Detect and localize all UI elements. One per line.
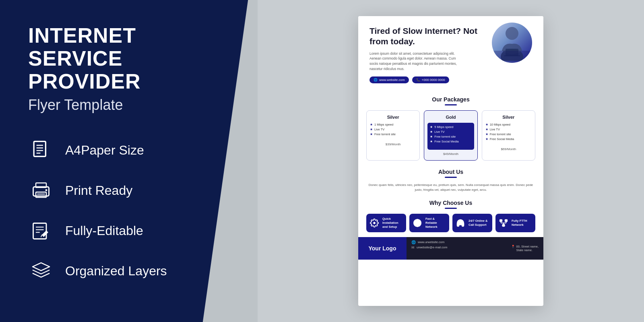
phone-text: +000 0000 0000	[422, 78, 445, 82]
svg-line-15	[41, 235, 42, 237]
pkg-feature: ★ 5 Mbps speed	[430, 125, 471, 129]
why-card-support: 24/7 Online & Call Support	[452, 214, 492, 232]
flyer-avatar	[492, 23, 532, 63]
pkg-feature: ★ Free torrent site	[485, 132, 532, 136]
pkg-feature: ★ Live TV	[485, 128, 532, 131]
svg-point-17	[506, 27, 518, 40]
package-name-1: Silver	[370, 115, 416, 120]
network-icon	[498, 217, 509, 229]
feature-paper-size: A4Paper Size	[28, 138, 229, 163]
flyer-main-headline: Tired of Slow Internet? Not from today.	[369, 26, 487, 47]
feature-label-paper: A4Paper Size	[65, 143, 144, 158]
footer-address-text: 📍 00, Street name, State name.	[511, 245, 539, 252]
why-card-installation: Quick Installation and Setup	[366, 214, 406, 232]
svg-rect-20	[504, 55, 520, 56]
pkg-feature: ★ Live TV	[430, 130, 471, 134]
why-text-ftth: Fully FTTH Network	[512, 219, 527, 227]
about-text: Donec quam felis, ultricies nec, pellent…	[366, 183, 535, 193]
left-panel: INTERNET SERVICE PROVIDER Flyer Template…	[0, 0, 258, 322]
flyer-headline: Tired of Slow Internet? Not from today. …	[369, 26, 487, 83]
feature-label-edit: Fully-Editable	[65, 223, 143, 238]
pkg-feature: ★ Free torrent site	[430, 135, 471, 138]
footer-address-lines: 00, Street name, State name.	[516, 245, 539, 252]
package-price-1: $39/Month	[370, 140, 416, 147]
edit-icon	[28, 218, 54, 244]
footer-address: 📍 00, Street name, State name.	[506, 237, 543, 260]
website-icon: 🌐	[374, 78, 378, 82]
pkg-feature: ★ Free Social Media	[430, 140, 471, 143]
flyer-why: Why Choose Us Quick Installation and Set…	[358, 196, 543, 237]
svg-rect-0	[34, 141, 45, 156]
flyer-footer: Your Logo 🌐 www.urwebsite.com ✉ urwebsit…	[358, 237, 543, 260]
footer-location-icon: 📍	[511, 245, 515, 248]
flyer-top: Tired of Slow Internet? Not from today. …	[358, 16, 543, 91]
pkg-feature-box: ★ 5 Mbps speed ★ Live TV ★ Free torrent …	[427, 123, 474, 150]
why-text-network: Fast & Reliable Network	[425, 217, 447, 229]
footer-contact: 🌐 www.urwebsite.com ✉ urwebsite@e-mail.c…	[407, 237, 506, 260]
features-list: A4Paper Size Print Ready	[28, 138, 229, 284]
package-name-2: Gold	[427, 115, 474, 120]
svg-rect-11	[33, 223, 47, 239]
feature-label-print: Print Ready	[65, 183, 132, 198]
why-title: Why Choose Us	[366, 200, 535, 206]
pkg-feature: ★ 1 Mbps speed	[370, 123, 416, 126]
document-icon	[28, 138, 54, 163]
package-features-3: ★ 10 Mbps speed ★ Live TV ★ Free torrent…	[485, 123, 532, 141]
gear-icon	[369, 217, 380, 229]
svg-point-8	[45, 189, 47, 191]
packages-underline	[445, 104, 457, 105]
package-features-1: ★ 1 Mbps speed ★ Live TV ★ Free torrent …	[370, 123, 416, 136]
pkg-feature: ★ Live TV	[370, 128, 416, 131]
svg-marker-16	[33, 262, 50, 270]
website-text: www.website.com	[379, 78, 405, 82]
packages-title: Our Packages	[366, 96, 535, 103]
right-area: Tired of Slow Internet? Not from today. …	[258, 0, 644, 322]
why-card-ftth: Fully FTTH Network	[495, 214, 535, 232]
package-gold: Gold ★ 5 Mbps speed ★ Live TV ★ Free tor…	[424, 110, 477, 161]
about-title: About Us	[366, 169, 535, 175]
flyer-preview: Tired of Slow Internet? Not from today. …	[358, 16, 543, 306]
website-badge: 🌐 www.website.com	[369, 76, 409, 83]
pkg-feature: ★ Free Social Media	[485, 137, 532, 141]
phone-icon: 📞	[416, 78, 420, 82]
footer-email-icon: ✉	[411, 246, 415, 250]
main-title: INTERNET SERVICE PROVIDER	[28, 24, 229, 93]
pkg-feature: ★ 10 Mbps speed	[485, 123, 532, 126]
svg-point-18	[501, 49, 523, 61]
about-underline	[445, 177, 457, 178]
flyer-contact-row: 🌐 www.website.com 📞 +000 0000 0000	[369, 76, 487, 83]
footer-website-item: 🌐 www.urwebsite.com	[411, 240, 502, 244]
phone-badge: 📞 +000 0000 0000	[412, 76, 449, 83]
why-underline	[445, 208, 457, 209]
flyer-body-text: Lorem ipsum dolor sit amet, consectetuer…	[369, 51, 458, 72]
svg-rect-22	[500, 220, 502, 222]
why-grid: Quick Installation and Setup Fast & Reli…	[366, 214, 535, 232]
package-name-3: Silver	[485, 115, 532, 120]
package-silver-2: Silver ★ 10 Mbps speed ★ Live TV ★ Free …	[482, 110, 535, 161]
headset-icon	[455, 217, 466, 229]
svg-rect-24	[502, 225, 505, 227]
package-price-3: $69/Month	[485, 145, 532, 151]
footer-logo-text: Your Logo	[369, 245, 396, 252]
feature-print-ready: Print Ready	[28, 178, 229, 204]
svg-rect-19	[506, 49, 518, 56]
footer-logo: Your Logo	[358, 237, 407, 260]
why-text-installation: Quick Installation and Setup	[382, 217, 404, 229]
footer-globe-icon: 🌐	[411, 240, 416, 244]
footer-website: www.urwebsite.com	[418, 240, 444, 244]
package-silver-1: Silver ★ 1 Mbps speed ★ Live TV ★ Free t…	[366, 110, 420, 161]
feature-fully-editable: Fully-Editable	[28, 218, 229, 244]
flyer-about: About Us Donec quam felis, ultricies nec…	[358, 165, 543, 196]
package-price-2: $49/Month	[427, 150, 474, 156]
packages-grid: Silver ★ 1 Mbps speed ★ Live TV ★ Free t…	[366, 110, 535, 161]
subtitle: Flyer Template	[28, 97, 229, 114]
flyer-packages: Our Packages Silver ★ 1 Mbps speed ★ Liv…	[358, 91, 543, 165]
pkg-feature: ★ Free torrent site	[370, 132, 416, 136]
why-card-network: Fast & Reliable Network	[409, 214, 449, 232]
layers-icon	[28, 258, 54, 284]
svg-rect-23	[505, 220, 508, 222]
globe-icon	[412, 217, 423, 229]
package-features-2: ★ 5 Mbps speed ★ Live TV ★ Free torrent …	[430, 125, 471, 143]
footer-email-item: ✉ urwebsite@e-mail.com	[411, 246, 502, 250]
feature-organized-layers: Organized Layers	[28, 258, 229, 284]
